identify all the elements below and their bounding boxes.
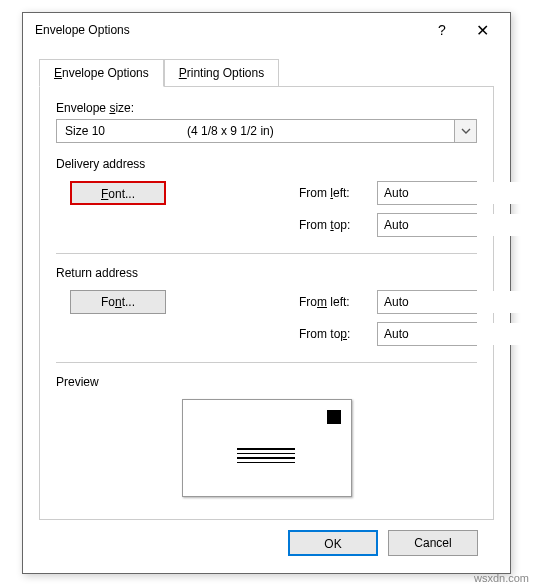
delivery-address-label: Delivery address	[56, 157, 477, 171]
return-address-label: Return address	[56, 266, 477, 280]
tab-underline: E	[54, 66, 62, 80]
select-extra: (4 1/8 x 9 1/2 in)	[187, 124, 454, 138]
divider	[56, 253, 477, 254]
tab-panel: Envelope size: Size 10 (4 1/8 x 9 1/2 in…	[39, 86, 494, 520]
spin-field[interactable]	[378, 182, 535, 204]
spin-field[interactable]	[378, 291, 535, 313]
tab-printing-options[interactable]: Printing Options	[164, 59, 279, 86]
close-button[interactable]: ✕	[462, 16, 502, 44]
help-button[interactable]: ?	[422, 16, 462, 44]
preview-label: Preview	[56, 375, 477, 389]
envelope-options-dialog: Envelope Options ? ✕ Envelope Options Pr…	[22, 12, 511, 574]
delivery-from-left-label: From left:	[299, 186, 377, 200]
return-from-left-label: From left:	[299, 295, 377, 309]
divider	[56, 362, 477, 363]
return-from-top-input[interactable]: ▲▼	[377, 322, 477, 346]
select-value: Size 10	[57, 124, 187, 138]
titlebar: Envelope Options ? ✕	[23, 13, 510, 47]
envelope-preview	[182, 399, 352, 497]
spin-field[interactable]	[378, 323, 535, 345]
return-font-button[interactable]: Font...	[70, 290, 166, 314]
ok-button[interactable]: OK	[288, 530, 378, 556]
button-bar: OK Cancel	[39, 520, 494, 556]
address-lines-icon	[237, 448, 295, 466]
return-from-top-label: From top:	[299, 327, 377, 341]
tab-label: nvelope Options	[62, 66, 149, 80]
tab-label: rinting Options	[187, 66, 264, 80]
dialog-title: Envelope Options	[35, 23, 422, 37]
delivery-from-top-label: From top:	[299, 218, 377, 232]
cancel-button[interactable]: Cancel	[388, 530, 478, 556]
return-from-left-input[interactable]: ▲▼	[377, 290, 477, 314]
delivery-font-button[interactable]: Font...	[70, 181, 166, 205]
envelope-size-label: Envelope size:	[56, 101, 477, 115]
tab-envelope-options[interactable]: Envelope Options	[39, 59, 164, 87]
dialog-content: Envelope Options Printing Options Envelo…	[23, 47, 510, 568]
chevron-down-icon	[454, 120, 476, 142]
delivery-from-top-input[interactable]: ▲▼	[377, 213, 477, 237]
tab-underline: P	[179, 66, 187, 80]
delivery-from-left-input[interactable]: ▲▼	[377, 181, 477, 205]
stamp-icon	[327, 410, 341, 424]
spin-field[interactable]	[378, 214, 535, 236]
tab-strip: Envelope Options Printing Options	[39, 59, 494, 86]
watermark: wsxdn.com	[474, 572, 529, 584]
envelope-size-select[interactable]: Size 10 (4 1/8 x 9 1/2 in)	[56, 119, 477, 143]
